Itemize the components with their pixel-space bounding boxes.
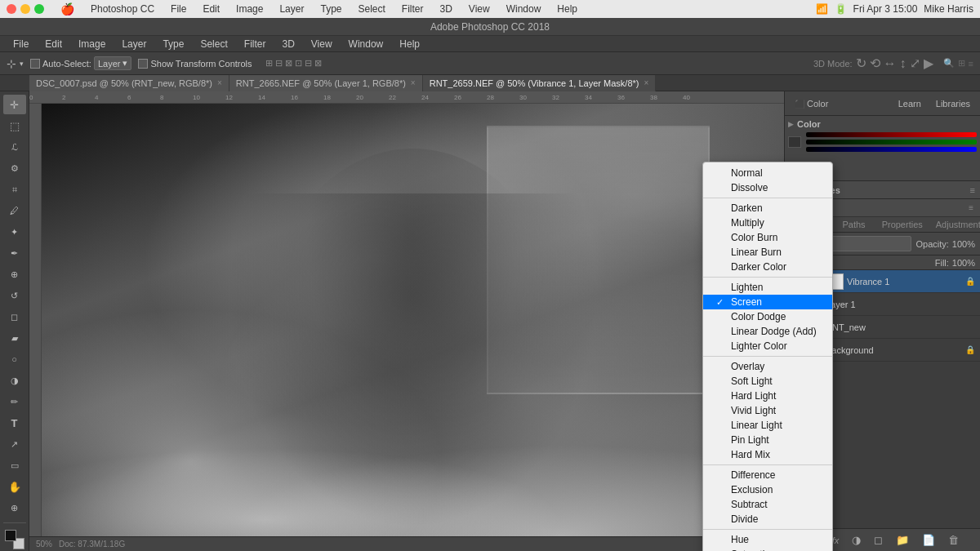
search-icon[interactable]: 🔍 <box>943 58 955 69</box>
blur-tool[interactable]: ○ <box>3 349 26 369</box>
ps-select-menu[interactable]: Select <box>194 37 234 51</box>
align-center-icon[interactable]: ⊟ <box>275 58 283 69</box>
gradient-tool[interactable]: ▰ <box>3 328 26 348</box>
blend-hard-mix[interactable]: Hard Mix <box>703 447 832 462</box>
type-menu[interactable]: Type <box>317 3 345 15</box>
blend-overlay[interactable]: Overlay <box>703 359 832 374</box>
view-menu[interactable]: View <box>466 3 493 15</box>
auto-select-dropdown[interactable]: Layer ▾ <box>94 56 132 70</box>
hand-tool[interactable]: ✋ <box>3 477 26 496</box>
layer-delete-button[interactable]: 🗑 <box>945 532 962 548</box>
apple-menu[interactable]: 🍎 <box>60 2 74 16</box>
ps-image-menu[interactable]: Image <box>72 37 112 51</box>
blend-lighter-color[interactable]: Lighter Color <box>703 339 832 353</box>
doc-tab-0-close[interactable]: × <box>217 78 222 87</box>
doc-tab-1-close[interactable]: × <box>411 78 416 87</box>
blend-color-dodge[interactable]: Color Dodge <box>703 309 832 324</box>
align-bottom-icon[interactable]: ⊠ <box>314 58 322 69</box>
blend-darker-color[interactable]: Darker Color <box>703 260 832 274</box>
blend-difference[interactable]: Difference <box>703 468 832 482</box>
close-button[interactable] <box>7 4 16 14</box>
color-swatches[interactable] <box>3 528 26 551</box>
blend-darken[interactable]: Darken <box>703 201 832 216</box>
show-transform-checkbox[interactable] <box>138 59 148 69</box>
ps-file-menu[interactable]: File <box>7 37 35 51</box>
tab-libraries[interactable]: Libraries <box>929 96 977 111</box>
window-menu[interactable]: Window <box>503 3 545 15</box>
g-slider[interactable] <box>806 140 977 144</box>
blend-lighten[interactable]: Lighten <box>703 280 832 295</box>
auto-select-option[interactable]: Auto-Select: Layer ▾ <box>30 56 131 70</box>
file-menu[interactable]: File <box>167 3 189 15</box>
ps-view-menu[interactable]: View <box>305 37 339 51</box>
blend-hue[interactable]: Hue <box>703 532 832 547</box>
video-icon[interactable]: ▶ <box>924 56 933 71</box>
doc-tab-0[interactable]: DSC_0007.psd @ 50% (RNT_new, RGB/8*) × <box>29 75 229 91</box>
fill-value[interactable]: 100% <box>952 258 975 268</box>
image-menu[interactable]: Image <box>233 3 266 15</box>
edit-menu[interactable]: Edit <box>199 3 223 15</box>
path-select-tool[interactable]: ↗ <box>3 434 26 454</box>
blend-normal[interactable]: Normal <box>703 166 832 180</box>
ps-3d-menu[interactable]: 3D <box>275 37 301 51</box>
blend-multiply[interactable]: Multiply <box>703 216 832 230</box>
tab-learn[interactable]: Learn <box>892 96 928 111</box>
3d-rotate-icon[interactable]: ↻ <box>856 56 866 71</box>
blend-hard-light[interactable]: Hard Light <box>703 389 832 403</box>
blend-subtract[interactable]: Subtract <box>703 497 832 512</box>
lasso-tool[interactable]: ℒ <box>3 137 26 157</box>
b-slider[interactable] <box>806 147 977 152</box>
doc-tab-1[interactable]: RNT_2665.NEF @ 50% (Layer 1, RGB/8*) × <box>229 75 423 91</box>
auto-select-checkbox[interactable] <box>30 59 40 69</box>
layer-adjustment-button[interactable]: ◻ <box>871 532 886 548</box>
maximize-button[interactable] <box>34 4 44 14</box>
blend-vivid-light[interactable]: Vivid Light <box>703 403 832 418</box>
blend-exclusion[interactable]: Exclusion <box>703 482 832 497</box>
blend-soft-light[interactable]: Soft Light <box>703 374 832 389</box>
app-name-menu[interactable]: Photoshop CC <box>87 3 158 15</box>
zoom-tool[interactable]: ⊕ <box>3 498 26 518</box>
type-tool[interactable]: T <box>3 413 26 433</box>
shape-tool[interactable]: ▭ <box>3 455 26 475</box>
r-slider[interactable] <box>806 132 977 137</box>
blend-linear-light[interactable]: Linear Light <box>703 418 832 433</box>
extra-options-icon[interactable]: ≡ <box>969 59 973 69</box>
align-middle-icon[interactable]: ⊟ <box>305 58 312 69</box>
history-brush-tool[interactable]: ↺ <box>3 286 26 305</box>
layer-mask-button[interactable]: ◑ <box>849 532 864 548</box>
3d-scale-icon[interactable]: ⤢ <box>910 56 920 71</box>
filter-menu[interactable]: Filter <box>399 3 427 15</box>
blend-color-burn[interactable]: Color Burn <box>703 230 832 245</box>
minimize-button[interactable] <box>20 4 30 14</box>
clone-stamp-tool[interactable]: ⊕ <box>3 264 26 284</box>
view-options-icon[interactable]: ⊞ <box>958 58 965 69</box>
3d-roll-icon[interactable]: ⟲ <box>870 56 880 71</box>
tab-color[interactable]: ⬛ Color <box>788 96 835 111</box>
quick-select-tool[interactable]: ⚙ <box>3 158 26 178</box>
blend-divide[interactable]: Divide <box>703 512 832 527</box>
move-tool[interactable]: ✛ <box>3 95 26 114</box>
layer-new-button[interactable]: 📄 <box>919 532 938 548</box>
3d-slide-icon[interactable]: ↕ <box>900 56 906 71</box>
spot-heal-tool[interactable]: ✦ <box>3 222 26 242</box>
show-transform-option[interactable]: Show Transform Controls <box>138 59 252 69</box>
select-menu[interactable]: Select <box>354 3 388 15</box>
dodge-tool[interactable]: ◑ <box>3 371 26 390</box>
blend-saturation[interactable]: Saturation <box>703 547 832 551</box>
3d-menu[interactable]: 3D <box>437 3 456 15</box>
doc-tab-2[interactable]: RNT_2659.NEF @ 50% (Vibrance 1, Layer Ma… <box>423 75 657 91</box>
opacity-value[interactable]: 100% <box>952 239 975 249</box>
blend-screen[interactable]: ✓ Screen <box>703 295 832 309</box>
adjustments-tab[interactable]: Adjustments <box>929 217 980 232</box>
paths-tab[interactable]: Paths <box>835 217 871 232</box>
properties-tab[interactable]: Properties <box>875 217 929 232</box>
blend-linear-dodge[interactable]: Linear Dodge (Add) <box>703 324 832 339</box>
help-menu[interactable]: Help <box>554 3 581 15</box>
align-top-icon[interactable]: ⊡ <box>295 58 302 69</box>
panel-options-icon[interactable]: ≡ <box>970 185 975 195</box>
ps-window-menu[interactable]: Window <box>342 37 390 51</box>
align-left-icon[interactable]: ⊞ <box>265 58 273 69</box>
layer-menu[interactable]: Layer <box>276 3 307 15</box>
ps-edit-menu[interactable]: Edit <box>38 37 69 51</box>
eraser-tool[interactable]: ◻ <box>3 307 26 327</box>
